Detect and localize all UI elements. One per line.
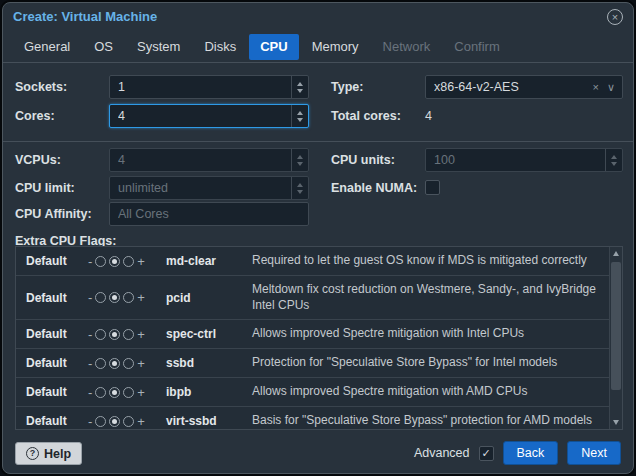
plus-label: +	[137, 327, 145, 342]
cores-field[interactable]: 4	[109, 104, 309, 128]
vcpus-value: 4	[118, 153, 291, 167]
scrollbar-thumb[interactable]	[611, 262, 621, 390]
sockets-value: 1	[118, 80, 291, 94]
dialog-title: Create: Virtual Machine	[13, 9, 157, 24]
minus-label: -	[88, 327, 92, 342]
tab-system[interactable]: System	[126, 34, 191, 60]
minus-label: -	[88, 290, 92, 305]
plus-label: +	[137, 356, 145, 371]
flag-description: Basis for "Speculative Store Bypass" pro…	[252, 413, 609, 429]
table-row: Default - + virt-ssbd Basis for "Specula…	[16, 407, 609, 429]
sockets-field[interactable]: 1	[109, 75, 309, 99]
flag-default-label: Default	[26, 327, 88, 341]
flag-off-radio[interactable]	[95, 329, 106, 340]
help-button[interactable]: ? Help	[15, 442, 82, 465]
flag-name: pcid	[166, 291, 252, 305]
tab-os[interactable]: OS	[83, 34, 124, 60]
minus-label: -	[88, 385, 92, 400]
chevron-down-icon[interactable]: ∨	[607, 81, 615, 94]
cpu-units-spinner	[605, 149, 622, 171]
flag-off-radio[interactable]	[95, 256, 106, 267]
flag-name: spec-ctrl	[166, 327, 252, 341]
type-combobox[interactable]: x86-64-v2-AES × ∨	[425, 75, 623, 99]
total-cores-label: Total cores:	[331, 104, 401, 128]
flag-tristate-control: - +	[88, 327, 166, 342]
vcpus-field: 4	[109, 148, 309, 172]
flag-default-radio[interactable]	[109, 329, 120, 340]
flag-default-radio[interactable]	[109, 416, 120, 427]
flag-default-label: Default	[26, 356, 88, 370]
cores-label: Cores:	[15, 104, 55, 128]
flag-default-label: Default	[26, 291, 88, 305]
tab-network: Network	[372, 34, 442, 60]
flag-off-radio[interactable]	[95, 416, 106, 427]
flag-name: ibpb	[166, 385, 252, 399]
flag-tristate-control: - +	[88, 414, 166, 429]
table-scrollbar[interactable]	[609, 247, 622, 429]
flag-default-radio[interactable]	[109, 387, 120, 398]
flag-description: Allows improved Spectre mitigation with …	[252, 384, 609, 400]
cpu-units-value: 100	[434, 153, 605, 167]
flag-on-radio[interactable]	[123, 387, 134, 398]
tab-memory[interactable]: Memory	[301, 34, 370, 60]
cpu-units-label: CPU units:	[331, 148, 395, 172]
cpu-flags-rows: Default - + md-clear Required to let the…	[16, 247, 609, 429]
tab-general[interactable]: General	[13, 34, 81, 60]
table-row: Default - + md-clear Required to let the…	[16, 247, 609, 276]
flag-off-radio[interactable]	[95, 292, 106, 303]
tab-disks[interactable]: Disks	[193, 34, 247, 60]
scroll-up-icon[interactable]	[613, 251, 619, 256]
flag-default-radio[interactable]	[109, 256, 120, 267]
cpu-affinity-field[interactable]: All Cores	[109, 202, 309, 226]
flag-default-radio[interactable]	[109, 292, 120, 303]
help-button-label: Help	[44, 447, 71, 461]
flag-on-radio[interactable]	[123, 358, 134, 369]
advanced-label: Advanced	[414, 446, 470, 460]
flag-on-radio[interactable]	[123, 292, 134, 303]
flag-on-radio[interactable]	[123, 256, 134, 267]
spinner-up-icon[interactable]	[297, 111, 303, 115]
clear-icon[interactable]: ×	[593, 81, 599, 93]
cpu-limit-spinner	[291, 177, 308, 199]
spinner-up-icon	[297, 155, 303, 159]
spinner-down-icon[interactable]	[297, 89, 303, 93]
next-button[interactable]: Next	[567, 441, 621, 465]
cpu-limit-field: unlimited	[109, 176, 309, 200]
flag-tristate-control: - +	[88, 290, 166, 305]
flag-default-label: Default	[26, 254, 88, 268]
flag-default-radio[interactable]	[109, 358, 120, 369]
back-button[interactable]: Back	[503, 441, 559, 465]
advanced-checkbox[interactable]: ✓	[479, 446, 494, 461]
cpu-limit-value: unlimited	[118, 181, 291, 195]
cpu-flags-table: Default - + md-clear Required to let the…	[15, 246, 623, 430]
spinner-down-icon[interactable]	[297, 118, 303, 122]
flag-off-radio[interactable]	[95, 358, 106, 369]
flag-name: md-clear	[166, 254, 252, 268]
scroll-down-icon[interactable]	[613, 420, 619, 425]
spinner-up-icon[interactable]	[297, 82, 303, 86]
create-vm-dialog: Create: Virtual Machine × General OS Sys…	[2, 2, 634, 474]
flag-on-radio[interactable]	[123, 329, 134, 340]
flag-name: virt-ssbd	[166, 414, 252, 428]
cpu-affinity-placeholder: All Cores	[118, 207, 308, 221]
plus-label: +	[137, 290, 145, 305]
next-button-label: Next	[581, 446, 607, 460]
flag-off-radio[interactable]	[95, 387, 106, 398]
tab-cpu[interactable]: CPU	[249, 34, 298, 60]
flag-name: ssbd	[166, 356, 252, 370]
cpu-affinity-label: CPU Affinity:	[15, 202, 92, 226]
spinner-down-icon	[297, 162, 303, 166]
flag-on-radio[interactable]	[123, 416, 134, 427]
total-cores-value: 4	[425, 104, 432, 128]
close-icon[interactable]: ×	[607, 9, 623, 25]
flag-default-label: Default	[26, 385, 88, 399]
combo-icons: × ∨	[586, 81, 623, 94]
enable-numa-checkbox[interactable]	[425, 180, 440, 195]
type-value: x86-64-v2-AES	[434, 80, 586, 94]
table-row: Default - + pcid Meltdown fix cost reduc…	[16, 276, 609, 320]
sockets-spinner[interactable]	[291, 76, 308, 98]
cores-spinner[interactable]	[291, 105, 308, 127]
footer-actions: Advanced ✓ Back Next	[414, 441, 621, 465]
table-row: Default - + ssbd Protection for "Specula…	[16, 349, 609, 378]
flag-default-label: Default	[26, 414, 88, 428]
